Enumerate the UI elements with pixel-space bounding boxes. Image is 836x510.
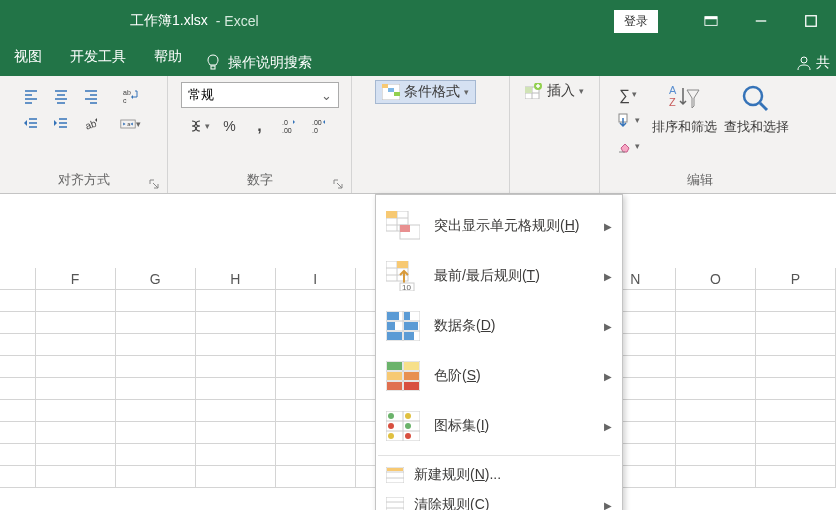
app-name: - Excel xyxy=(216,13,259,29)
sort-filter-button[interactable]: AZ 排序和筛选 xyxy=(651,82,717,136)
file-name: 工作簿1.xlsx xyxy=(130,12,208,30)
svg-text:10: 10 xyxy=(402,283,411,291)
svg-rect-79 xyxy=(404,362,419,370)
increase-decimal-button[interactable]: .0.00 xyxy=(277,114,303,138)
sort-filter-icon: AZ xyxy=(667,82,701,116)
increase-indent-button[interactable] xyxy=(48,112,74,136)
menu-highlight-cells-rules[interactable]: 突出显示单元格规则(H) ▶ xyxy=(376,201,622,251)
highlight-rules-icon xyxy=(386,211,420,241)
tell-me-search[interactable]: 操作说明搜索 xyxy=(206,54,312,72)
find-select-button[interactable]: 查找和选择 xyxy=(723,82,789,136)
svg-text:.0: .0 xyxy=(312,127,318,134)
svg-rect-40 xyxy=(525,87,532,93)
chevron-down-icon: ▾ xyxy=(464,87,469,97)
column-header-p[interactable]: P xyxy=(756,268,836,289)
menu-icon-sets[interactable]: 图标集(I) ▶ xyxy=(376,401,622,451)
svg-rect-35 xyxy=(388,88,394,92)
svg-rect-97 xyxy=(387,468,403,471)
conditional-formatting-menu: 突出显示单元格规则(H) ▶ 10 最前/最后规则(T) ▶ 数据条(D) ▶ … xyxy=(375,194,623,510)
orientation-button[interactable]: ab xyxy=(78,112,104,136)
column-header-h[interactable]: H xyxy=(196,268,276,289)
svg-text:Z: Z xyxy=(669,96,676,108)
menu-color-scales[interactable]: 色阶(S) ▶ xyxy=(376,351,622,401)
align-left-button[interactable] xyxy=(18,84,44,108)
svg-point-5 xyxy=(801,57,807,63)
ribbon: ab abc a▾ 对齐方式 常规 ⌄ ▾ % , .0.00 .00.0 xyxy=(0,76,836,194)
svg-line-49 xyxy=(760,103,767,110)
svg-rect-1 xyxy=(705,17,717,20)
fill-button[interactable]: ▾ xyxy=(611,108,645,132)
menu-new-rule[interactable]: 新建规则(N)... xyxy=(376,460,622,490)
svg-rect-36 xyxy=(394,92,400,96)
data-bars-icon xyxy=(386,311,420,341)
tab-developer[interactable]: 开发工具 xyxy=(56,42,140,72)
share-button[interactable]: 共 xyxy=(796,54,830,72)
align-center-button[interactable] xyxy=(48,84,74,108)
tab-view[interactable]: 视图 xyxy=(0,42,56,72)
svg-point-91 xyxy=(405,423,411,429)
lightbulb-icon xyxy=(206,54,220,72)
svg-rect-68 xyxy=(387,312,399,320)
autosum-button[interactable]: ∑▾ xyxy=(611,82,645,106)
column-header[interactable] xyxy=(0,268,36,289)
maximize-button[interactable] xyxy=(786,0,836,42)
decrease-decimal-button[interactable]: .00.0 xyxy=(307,114,333,138)
icon-sets-icon xyxy=(386,411,420,441)
column-header-f[interactable]: F xyxy=(36,268,116,289)
number-format-select[interactable]: 常规 ⌄ xyxy=(181,82,339,108)
cells-group: 插入 ▾ xyxy=(510,76,600,193)
decrease-indent-button[interactable] xyxy=(18,112,44,136)
number-group-label: 数字 xyxy=(247,171,273,189)
color-scales-icon xyxy=(386,361,420,391)
find-select-icon xyxy=(739,82,773,116)
title-bar: 工作簿1.xlsx - Excel 登录 xyxy=(0,0,836,42)
svg-rect-80 xyxy=(387,372,402,380)
svg-rect-83 xyxy=(404,382,419,390)
merge-center-button[interactable]: a▾ xyxy=(112,112,150,136)
column-header-i[interactable]: I xyxy=(276,268,356,289)
clear-button[interactable]: ▾ xyxy=(611,134,645,158)
svg-point-88 xyxy=(388,413,394,419)
svg-rect-78 xyxy=(387,362,402,370)
conditional-formatting-button[interactable]: 条件格式 ▾ xyxy=(375,80,476,104)
comma-style-button[interactable]: , xyxy=(247,114,273,138)
login-button[interactable]: 登录 xyxy=(614,10,658,33)
conditional-format-icon xyxy=(382,84,400,100)
svg-point-89 xyxy=(405,413,411,419)
svg-text:.0: .0 xyxy=(282,119,288,126)
dialog-launcher-icon[interactable] xyxy=(149,179,159,189)
accounting-format-button[interactable]: ▾ xyxy=(187,114,213,138)
alignment-group-label: 对齐方式 xyxy=(58,171,110,189)
menu-top-bottom-rules[interactable]: 10 最前/最后规则(T) ▶ xyxy=(376,251,622,301)
new-rule-icon xyxy=(386,467,404,483)
column-header-g[interactable]: G xyxy=(116,268,196,289)
submenu-arrow-icon: ▶ xyxy=(604,371,612,382)
tab-help[interactable]: 帮助 xyxy=(140,42,196,72)
wrap-text-button[interactable]: abc xyxy=(112,84,150,108)
svg-point-48 xyxy=(744,87,762,105)
percent-style-button[interactable]: % xyxy=(217,114,243,138)
svg-rect-56 xyxy=(400,225,410,232)
menu-clear-rules[interactable]: 清除规则(C) ▶ xyxy=(376,490,622,510)
minimize-button[interactable] xyxy=(736,0,786,42)
align-right-button[interactable] xyxy=(78,84,104,108)
ribbon-options-button[interactable] xyxy=(686,0,736,42)
svg-text:c: c xyxy=(123,97,127,104)
editing-group: ∑▾ ▾ ▾ AZ 排序和筛选 查找和选择 编辑 xyxy=(600,76,800,193)
svg-text:.00: .00 xyxy=(312,119,322,126)
menu-data-bars[interactable]: 数据条(D) ▶ xyxy=(376,301,622,351)
submenu-arrow-icon: ▶ xyxy=(604,321,612,332)
submenu-arrow-icon: ▶ xyxy=(604,421,612,432)
submenu-arrow-icon: ▶ xyxy=(604,500,612,511)
dialog-launcher-icon[interactable] xyxy=(333,179,343,189)
svg-rect-4 xyxy=(211,66,215,69)
svg-rect-54 xyxy=(386,211,397,218)
column-header-o[interactable]: O xyxy=(676,268,756,289)
editing-group-label: 编辑 xyxy=(687,171,713,189)
insert-cells-button[interactable]: 插入 ▾ xyxy=(525,82,584,100)
svg-point-93 xyxy=(405,433,411,439)
chevron-down-icon: ⌄ xyxy=(321,88,332,103)
svg-point-90 xyxy=(388,423,394,429)
svg-rect-70 xyxy=(387,322,395,330)
ribbon-tabs: 视图 开发工具 帮助 操作说明搜索 共 xyxy=(0,42,836,76)
